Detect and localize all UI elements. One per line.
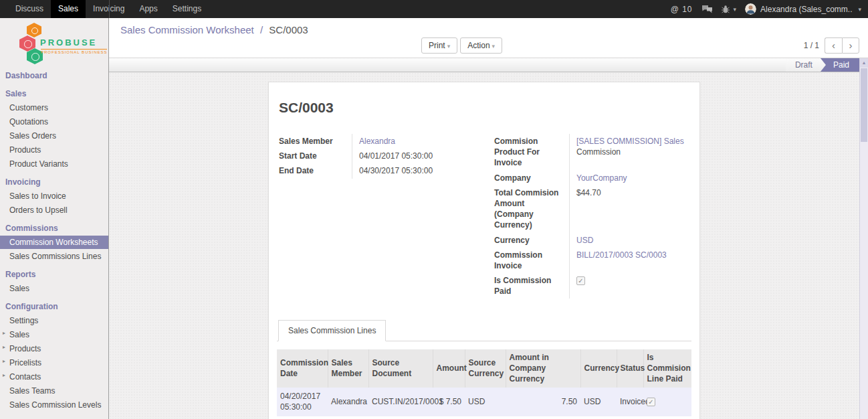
sidebar-header-invoicing[interactable]: Invoicing [0,175,108,189]
sidebar-item-reports-sales[interactable]: Sales [0,282,108,295]
sidebar-item-customers[interactable]: Customers [0,101,108,114]
cell-src-currency: USD [465,388,506,416]
cell-doc: INV/2017/0004-SO008 [368,416,433,419]
sidebar-menu: Dashboard Sales Customers Quotations Sal… [0,68,108,412]
cell-amount: $ 18.60 [433,416,465,419]
navbar-divider [109,0,110,18]
col-status: Status [617,349,643,388]
field-label: Is Commission Paid [492,273,569,299]
expand-arrow-icon: ▸ [3,372,5,378]
cell-currency: USD [580,388,617,416]
field-label: Currency [492,233,569,248]
sidebar-header-dashboard[interactable]: Dashboard [0,69,108,82]
pager-previous-button[interactable]: ‹ [825,37,842,54]
print-button[interactable]: Print▾ [421,37,457,54]
user-name: Alexandra (Sales_comm.. [760,5,852,14]
form-sheet: SC/0003 Sales Member Alexandra Start Dat… [268,82,700,419]
sidebar-header-commissions[interactable]: Commissions [0,222,108,235]
user-menu-caret-icon: ▾ [858,6,861,13]
user-menu[interactable]: Alexandra (Sales_comm.. ▾ [745,3,861,15]
print-button-label: Print [429,41,445,50]
sidebar-item-sales-orders[interactable]: Sales Orders [0,129,108,143]
expand-arrow-icon: ▸ [3,358,5,364]
brand-logo[interactable]: PROBUSE PROFESSIONAL BUSINESS [0,21,108,68]
cell-status: Invoiced [617,416,643,419]
debug-caret-icon: ▾ [734,6,737,13]
sidebar-item-config-contacts[interactable]: ▸Contacts [0,370,108,384]
sidebar-item-products[interactable]: Products [0,143,108,157]
sidebar-header-sales[interactable]: Sales [0,87,108,100]
field-label: Start Date [277,149,352,163]
col-commission-date: Commission Date [277,349,328,388]
nav-sales[interactable]: Sales [51,0,86,18]
cell-currency: USD [580,416,617,419]
field-label: Total Commision Amount (Company Currency… [492,185,569,233]
brand-hexagon-orange-icon [27,23,41,37]
navbar-systray: @ 10 ▾ Alexandra (Sales_c [671,0,868,18]
action-button[interactable]: Action▾ [460,37,502,54]
field-end-date: End Date 04/30/2017 05:30:00 [277,163,476,178]
sidebar-item-config-products[interactable]: ▸Products [0,342,108,355]
mention-counter[interactable]: @ 10 [671,5,693,14]
expand-arrow-icon: ▸ [3,330,5,336]
total-commission-value: $44.70 [576,188,601,197]
nav-apps[interactable]: Apps [132,0,165,18]
sidebar-item-label: Contacts [9,372,41,382]
vertical-scrollbar[interactable]: ▲ [859,58,868,419]
nav-discuss[interactable]: Discuss [8,0,51,18]
sidebar-item-label: Pricelists [9,358,41,367]
field-is-commission-paid: Is Commission Paid ✓ [492,273,691,299]
sidebar-item-label: Sales [9,330,29,339]
pager-next-button[interactable]: › [842,37,859,54]
currency-link[interactable]: USD [576,236,593,245]
col-amount: Amount [433,349,465,388]
commission-product-link[interactable]: [SALES COMMISSION] Sales [576,137,684,146]
field-start-date: Start Date 04/01/2017 05:30:00 [277,149,476,163]
cell-amount-company: 7.50 [506,388,580,416]
field-commission-invoice: Commission Invoice BILL/2017/0003 SC/000… [492,248,691,273]
col-is-commission-line-paid: Is Commision Line Paid [643,349,691,388]
is-commission-paid-checkbox: ✓ [576,276,585,285]
sidebar-item-config-sales[interactable]: ▸Sales [0,328,108,341]
commission-invoice-link[interactable]: BILL/2017/0003 SC/0003 [576,250,667,260]
commission-product-rest: Commission [576,147,621,157]
company-link[interactable]: YourCompany [576,173,627,183]
field-label: Commision Product For Invoice [492,134,569,171]
breadcrumb-parent[interactable]: Sales Commission Worksheet [120,24,254,35]
sidebar-item-config-settings[interactable]: Settings [0,314,108,327]
col-source-document: Source Document [368,349,433,388]
nav-settings[interactable]: Settings [165,0,209,18]
tab-sales-commission-lines[interactable]: Sales Commission Lines [278,320,386,341]
sales-member-link[interactable]: Alexandra [359,137,395,146]
status-step-draft[interactable]: Draft [786,58,826,72]
debug-menu[interactable]: ▾ [722,5,737,13]
pager: 1 / 1 ‹ › [804,37,859,54]
sidebar-item-sales-commissions-lines[interactable]: Sales Commissions Lines [0,250,108,263]
control-panel: Sales Commission Worksheet / SC/0003 Pri… [109,18,868,58]
status-step-paid[interactable]: Paid [821,58,859,72]
scroll-up-icon[interactable]: ▲ [860,58,868,68]
breadcrumb-current: SC/0003 [269,24,308,35]
sidebar-item-product-variants[interactable]: Product Variants [0,157,108,171]
cell-status: Invoiced [617,388,643,416]
sidebar-item-quotations[interactable]: Quotations [0,115,108,129]
sidebar-item-commission-worksheets[interactable]: Commission Worksheets [0,236,108,249]
messages-icon[interactable] [701,5,713,13]
field-label: End Date [277,163,352,178]
tab-strip: Sales Commission Lines [277,320,691,341]
notebook: Sales Commission Lines Commission Date S… [277,320,691,419]
sidebar-item-sales-teams[interactable]: Sales Teams [0,384,108,398]
sidebar-item-config-pricelists[interactable]: ▸Pricelists [0,356,108,369]
sidebar-header-configuration[interactable]: Configuration [0,300,108,313]
scrollbar-thumb[interactable] [861,68,867,142]
sidebar-item-sales-to-invoice[interactable]: Sales to Invoice [0,189,108,203]
cell-member: Alexandra [328,416,368,419]
sidebar-item-orders-to-upsell[interactable]: Orders to Upsell [0,203,108,217]
table-row[interactable]: 04/20/2017 05:30:00 Alexandra INV/2017/0… [277,416,691,419]
sidebar-item-sales-commission-levels[interactable]: Sales Commission Levels [0,398,108,412]
table-row[interactable]: 04/20/2017 05:30:00 Alexandra CUST.IN/20… [277,388,691,416]
cell-paid: ✓ [643,388,691,416]
field-label: Commission Invoice [492,248,569,273]
col-amount-company-currency: Amount in Company Currency [506,349,580,388]
sidebar-header-reports[interactable]: Reports [0,268,108,281]
